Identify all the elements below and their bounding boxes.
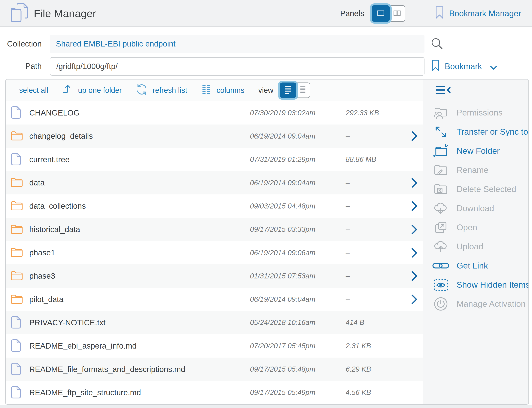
open-folder-chevron-icon[interactable] xyxy=(411,178,418,188)
file-row[interactable]: README_ftp_site_structure.md 09/17/2015 … xyxy=(6,381,423,404)
sidebar-item-rename[interactable]: Rename xyxy=(423,161,529,180)
file-row[interactable]: phase3 01/31/2015 07:53am – xyxy=(6,264,423,288)
content-container: select all up one folder refresh list xyxy=(5,79,529,405)
collapse-sidebar-icon xyxy=(435,93,452,96)
permissions-icon xyxy=(432,106,449,119)
file-row[interactable]: pilot_data 06/19/2014 09:04am – xyxy=(6,288,423,311)
rename-icon xyxy=(432,163,449,177)
file-name: PRIVACY-NOTICE.txt xyxy=(29,318,250,327)
sidebar-item-delete-selected[interactable]: Delete Selected xyxy=(423,180,529,199)
file-modified-date: 09/17/2015 05:48pm xyxy=(250,365,346,373)
sidebar-menu: PermissionsTransfer or Sync to...New Fol… xyxy=(423,101,529,404)
sidebar-item-transfer-or-sync-to[interactable]: Transfer or Sync to... xyxy=(423,122,529,141)
file-modified-date: 09/17/2015 03:33pm xyxy=(250,225,346,233)
bookmark-manager-button[interactable]: Bookmark Manager xyxy=(435,6,521,21)
sidebar-item-label: Manage Activation xyxy=(457,299,526,309)
dual-panel-button[interactable] xyxy=(387,5,405,22)
folder-icon xyxy=(10,294,23,305)
open-folder-chevron-icon[interactable] xyxy=(411,247,418,258)
file-icon xyxy=(10,339,21,353)
open-folder-chevron-icon[interactable] xyxy=(411,224,418,235)
collection-input[interactable] xyxy=(50,35,425,53)
get-link-icon xyxy=(432,261,449,270)
file-row[interactable]: historical_data 09/17/2015 03:33pm – xyxy=(6,218,423,241)
sidebar-item-download[interactable]: Download xyxy=(423,199,529,218)
file-row[interactable]: data 06/19/2014 09:04am – xyxy=(6,171,423,195)
sidebar-item-label: Rename xyxy=(457,165,488,175)
open-folder-chevron-icon[interactable] xyxy=(411,271,418,281)
file-name: current.tree xyxy=(29,155,250,164)
collapse-sidebar-button[interactable] xyxy=(435,84,452,96)
panels-label: Panels xyxy=(340,9,364,18)
sidebar-header xyxy=(423,79,529,101)
delete-selected-icon xyxy=(432,183,449,196)
dual-panel-icon xyxy=(392,9,402,18)
file-size: – xyxy=(346,225,408,233)
compact-view-icon xyxy=(298,86,307,95)
file-size: – xyxy=(346,295,408,303)
file-size: 4.56 KB xyxy=(346,389,408,397)
refresh-icon xyxy=(136,84,148,97)
file-size: 292.33 KB xyxy=(346,109,408,117)
file-row[interactable]: CHANGELOG 07/30/2019 03:02am 292.33 KB xyxy=(6,101,423,125)
sidebar-item-label: Upload xyxy=(457,242,483,251)
file-size: – xyxy=(346,132,408,140)
file-icon xyxy=(10,153,21,167)
view-label: view xyxy=(258,86,273,94)
file-row[interactable]: phase1 06/19/2014 09:06am – xyxy=(6,241,423,264)
file-row[interactable]: changelog_details 06/19/2014 09:04am – xyxy=(6,125,423,148)
sidebar-item-get-link[interactable]: Get Link xyxy=(423,256,529,275)
single-panel-button[interactable] xyxy=(372,5,390,22)
sidebar-item-manage-activation[interactable]: Manage Activation xyxy=(423,294,529,314)
file-name: README_ftp_site_structure.md xyxy=(29,388,250,397)
header-right: Panels xyxy=(340,0,532,27)
file-modified-date: 06/19/2014 09:06am xyxy=(250,249,346,257)
search-button[interactable] xyxy=(430,37,444,51)
sidebar-item-label: Open xyxy=(457,222,477,232)
file-size: – xyxy=(346,202,408,210)
manage-activation-icon xyxy=(432,297,449,311)
file-modified-date: 01/31/2015 07:53am xyxy=(250,272,346,280)
file-modified-date: 09/03/2015 04:48pm xyxy=(250,202,346,210)
refresh-list-button[interactable]: refresh list xyxy=(136,84,187,97)
columns-button[interactable]: columns xyxy=(201,84,244,96)
select-all-button[interactable]: select all xyxy=(19,86,48,94)
sidebar-item-label: Show Hidden Items xyxy=(457,280,529,290)
file-row[interactable]: README_file_formats_and_descriptions.md … xyxy=(6,357,423,381)
open-icon xyxy=(432,221,449,234)
sidebar-item-permissions[interactable]: Permissions xyxy=(423,103,529,122)
single-panel-icon xyxy=(376,9,386,18)
open-folder-chevron-icon[interactable] xyxy=(411,294,418,305)
file-name: changelog_details xyxy=(29,132,250,141)
folder-icon xyxy=(10,131,23,142)
file-row[interactable]: current.tree 07/31/2019 01:29pm 88.86 MB xyxy=(6,148,423,171)
path-input[interactable] xyxy=(50,57,425,76)
file-icon xyxy=(10,362,21,376)
open-folder-chevron-icon[interactable] xyxy=(411,201,418,211)
sidebar-item-show-hidden-items[interactable]: Show Hidden Items xyxy=(423,275,529,294)
bookmark-manager-label: Bookmark Manager xyxy=(449,9,521,18)
sidebar-item-label: Download xyxy=(457,204,494,213)
file-size: 2.31 KB xyxy=(346,342,408,350)
file-size: 6.29 KB xyxy=(346,365,408,373)
page-title: File Manager xyxy=(34,0,96,27)
bookmark-button[interactable]: Bookmark xyxy=(432,59,497,74)
file-row[interactable]: README_ebi_aspera_info.md 07/20/2017 05:… xyxy=(6,334,423,357)
show-hidden-items-icon xyxy=(432,278,449,292)
file-modified-date: 06/19/2014 09:04am xyxy=(250,295,346,303)
sidebar-item-open[interactable]: Open xyxy=(423,218,529,237)
up-one-folder-button[interactable]: up one folder xyxy=(62,84,122,97)
file-row[interactable]: PRIVACY-NOTICE.txt 05/24/2018 10:16am 41… xyxy=(6,311,423,334)
folder-icon xyxy=(10,224,23,235)
refresh-list-label: refresh list xyxy=(153,86,187,94)
file-icon xyxy=(10,385,21,400)
list-toolbar: select all up one folder refresh list xyxy=(6,79,423,101)
open-folder-chevron-icon[interactable] xyxy=(411,131,418,141)
list-view-button[interactable] xyxy=(280,83,296,98)
file-row[interactable]: data_collections 09/03/2015 04:48pm – xyxy=(6,195,423,218)
sidebar-item-new-folder[interactable]: New Folder xyxy=(423,141,529,161)
bookmark-label: Bookmark xyxy=(445,62,482,71)
sidebar-item-label: Permissions xyxy=(457,108,503,118)
sidebar-item-upload[interactable]: Upload xyxy=(423,237,529,256)
file-name: historical_data xyxy=(29,225,250,234)
